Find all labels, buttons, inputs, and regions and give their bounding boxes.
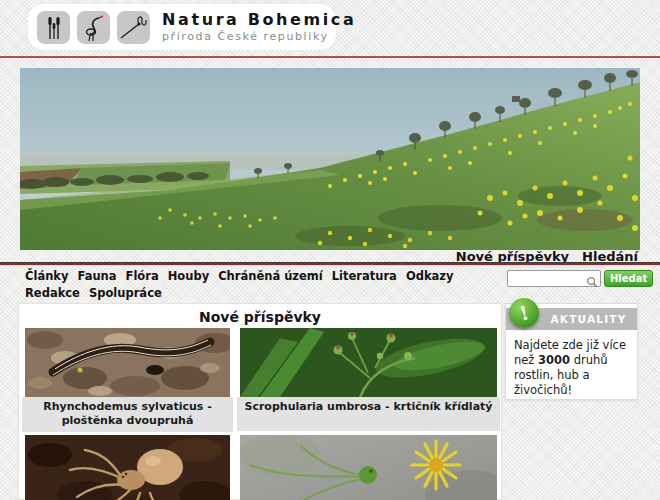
nav-item-clanky[interactable]: Články	[25, 268, 68, 284]
post-card[interactable]	[22, 435, 233, 500]
post-card[interactable]: Rhynchodemus sylvaticus - ploštěnka dvou…	[22, 328, 233, 432]
page-title: Nové příspěvky	[19, 304, 501, 325]
exclamation-icon: !	[509, 298, 539, 328]
search-button[interactable]: Hledat	[604, 270, 653, 287]
stork-icon	[77, 11, 110, 44]
site-subtitle: příroda České republiky	[162, 31, 356, 43]
figwort-plant-photo[interactable]	[240, 328, 497, 397]
dragonfly-icon	[117, 11, 150, 44]
magnifier-icon[interactable]	[586, 273, 598, 285]
spring-meadow-hillside-photo	[20, 68, 640, 250]
site-title-block: Natura Bohemica příroda České republiky	[162, 12, 356, 42]
cattail-icon	[37, 11, 70, 44]
header-divider	[0, 56, 660, 58]
aktuality-count: 3000	[538, 353, 570, 367]
yellow-flower-photo[interactable]	[240, 435, 497, 500]
site-title: Natura Bohemica	[162, 12, 356, 29]
nav-divider	[0, 262, 660, 266]
post-card[interactable]: Scrophularia umbrosa - krtičník křídlatý	[237, 328, 500, 431]
nav-item-literatura[interactable]: Literatura	[332, 268, 397, 284]
aktuality-panel: AKTUALITY ! Najdete zde již více než 300…	[505, 303, 638, 400]
post-card[interactable]	[237, 435, 500, 500]
flatworm-photo[interactable]	[25, 328, 230, 397]
page: Natura Bohemica příroda České republiky	[0, 0, 660, 500]
nav-item-houby[interactable]: Houby	[168, 268, 209, 284]
nav-item-redakce[interactable]: Redakce	[25, 285, 80, 301]
aktuality-text: Najdete zde již více než 3000 druhů rost…	[506, 334, 637, 402]
post-title[interactable]: Rhynchodemus sylvaticus - ploštěnka dvou…	[22, 397, 233, 432]
nav-item-odkazy[interactable]: Odkazy	[406, 268, 454, 284]
nav-item-flora[interactable]: Flóra	[126, 268, 159, 284]
main-nav: Články Fauna Flóra Houby Chráněná území …	[25, 268, 485, 301]
spider-photo[interactable]	[25, 435, 230, 500]
nav-item-chranena-uzemi[interactable]: Chráněná území	[218, 268, 323, 284]
nav-item-fauna[interactable]: Fauna	[77, 268, 116, 284]
post-title[interactable]: Scrophularia umbrosa - krtičník křídlatý	[237, 397, 500, 431]
nav-item-spoluprace[interactable]: Spolupráce	[89, 285, 162, 301]
new-posts-panel: Nové příspěvky	[18, 303, 502, 500]
site-logo[interactable]: Natura Bohemica příroda České republiky	[28, 4, 336, 50]
